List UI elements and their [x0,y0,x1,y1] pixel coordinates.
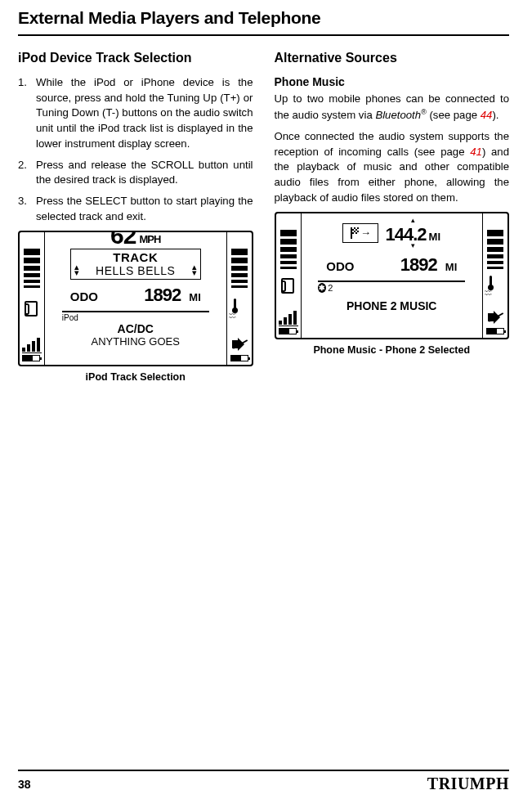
distance-col: ▴ 144.2 MI ▾ [385,217,440,249]
tach-right-2 [487,217,503,269]
registered-mark: ® [421,108,427,116]
ipod-steps: While the iPod or iPhone device is the s… [18,75,253,225]
ipod-heading: iPod Device Track Selection [18,51,253,65]
odo-unit-2: MI [445,261,457,273]
odo-row-2: ODO 1892 MI [326,254,457,276]
tach-right [231,236,248,288]
odo-label-2: ODO [326,259,354,273]
odo-unit: MI [189,291,200,303]
temp-icon: 〰〰 [231,303,248,318]
updown-left-icon: ▴▾ [74,264,79,276]
right-column: Alternative Sources Phone Music Up to tw… [275,51,510,383]
caret-up-icon: ▴ [411,217,415,223]
speed-unit: MPH [139,235,160,245]
page-title: External Media Players and Telephone [18,8,509,28]
figure-caption-2: Phone Music - Phone 2 Selected [275,344,510,356]
speed-readout: 62 MPH [110,231,160,246]
arrow-right-icon: → [360,227,371,239]
center-display: 62 MPH ▴▾ ▴▾ TRACK HELLS BELLS ODO 1892 … [44,232,227,365]
signal-icon [22,335,42,353]
temp-icon-2: 〰〰 [487,281,503,295]
dest-flag-box: → [342,223,378,243]
divider [62,311,209,312]
battery-icon-2 [279,328,297,334]
updown-right-icon: ▴▾ [192,264,197,276]
phone-music-p2: Once connected the audio system supports… [275,129,510,206]
odo-label: ODO [70,290,98,303]
right-edge: 〰〰 [227,232,252,365]
bt-row: ✱ 2 [318,283,465,293]
flag-icon [351,227,360,239]
bt-phone-number: 2 [328,283,333,293]
phone-music-heading: Phone Music [275,75,510,88]
battery-icon-r [230,355,248,361]
fuel-icon-2 [280,281,297,296]
phone-source-label: PHONE 2 MUSIC [346,299,436,312]
mute-icon-2 [486,308,504,326]
distance-value: 144.2 [385,227,426,243]
step-3: Press the SELECT button to start playing… [18,194,253,224]
left-column: iPod Device Track Selection While the iP… [18,51,253,383]
source-label: iPod [62,313,209,322]
step-1: While the iPod or iPhone device is the s… [18,75,253,152]
album-name: ANYTHING GOES [92,335,180,348]
distance-unit: MI [429,232,440,242]
figure-phone-music: → ▴ 144.2 MI ▾ ODO 1892 [275,212,510,356]
track-box: ▴▾ ▴▾ TRACK HELLS BELLS [70,249,201,280]
odo-value-2: 1892 [400,254,437,276]
right-edge-2: 〰〰 [483,213,507,338]
destination-row: → ▴ 144.2 MI ▾ [342,217,440,249]
alt-sources-heading: Alternative Sources [275,51,510,65]
artist-name: AC/DC [118,322,154,335]
figure-caption-1: iPod Track Selection [18,371,253,383]
left-edge-2 [276,213,301,338]
tach-left [24,236,40,288]
divider-2 [318,281,465,282]
signal-icon-2 [279,308,298,326]
page-number: 38 [18,778,31,791]
triumph-logo: TRIUMPH [427,774,509,793]
left-edge [20,232,44,365]
step-2: Press and release the SCROLL button unti… [18,158,253,188]
two-column-layout: iPod Device Track Selection While the iP… [18,51,509,383]
mute-icon [230,335,248,353]
phone-music-p1: Up to two mobile phones can be connected… [275,92,510,123]
speed-value: 62 [110,231,136,246]
bluetooth-word: Bluetooth [375,109,421,121]
fuel-icon [24,304,40,319]
figure-ipod-track: 62 MPH ▴▾ ▴▾ TRACK HELLS BELLS ODO 1892 … [18,231,253,383]
bluetooth-icon: ✱ [318,283,326,293]
page-ref-44: 44 [481,109,493,121]
instrument-cluster-ipod: 62 MPH ▴▾ ▴▾ TRACK HELLS BELLS ODO 1892 … [18,231,253,366]
odo-value: 1892 [144,285,181,306]
center-display-2: → ▴ 144.2 MI ▾ ODO 1892 [301,213,484,338]
track-label: TRACK [71,250,200,264]
instrument-cluster-phone: → ▴ 144.2 MI ▾ ODO 1892 [275,212,510,339]
caret-down-icon: ▾ [411,242,415,249]
page-ref-41: 41 [470,146,482,158]
battery-icon [22,355,40,361]
battery-icon-2r [486,328,504,334]
page-footer: 38 TRIUMPH [18,770,509,793]
track-name: HELLS BELLS [71,264,200,277]
tach-left-2 [280,217,297,269]
title-rule [18,34,509,36]
odo-row: ODO 1892 MI [70,285,201,306]
